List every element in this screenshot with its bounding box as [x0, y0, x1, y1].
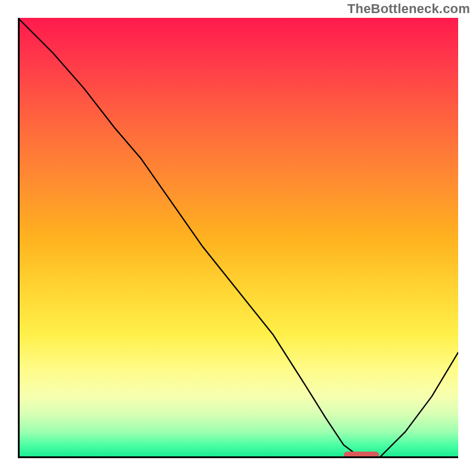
axes [18, 18, 458, 458]
plot-area [18, 18, 458, 458]
chart-container: TheBottleneck.com [0, 0, 476, 476]
watermark-text: TheBottleneck.com [347, 1, 470, 17]
